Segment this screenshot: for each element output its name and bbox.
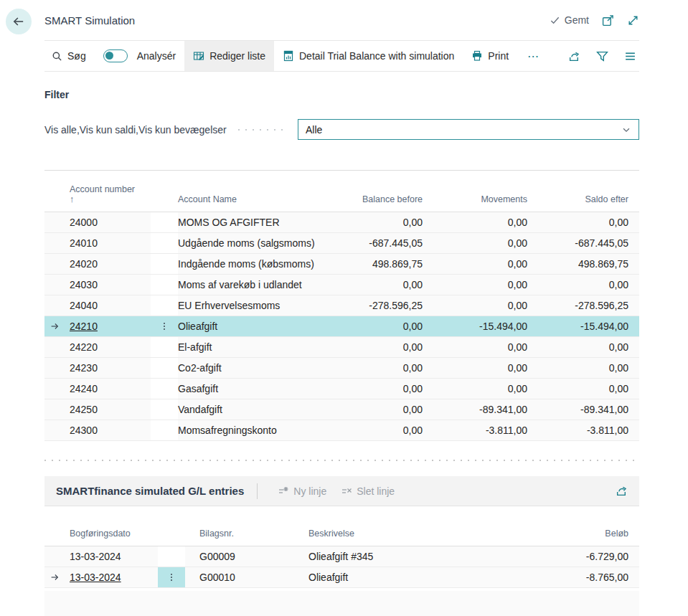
column-header-saldo-efter[interactable]: Saldo efter [538, 194, 639, 204]
table-row-selected[interactable]: 13-03-2024 G00010 Olieafgift -8.765,00 [44, 567, 639, 588]
saved-label: Gemt [565, 14, 589, 26]
search-button[interactable]: Søg [44, 41, 95, 71]
save-status: Gemt [550, 14, 589, 26]
dotted-leader [238, 129, 288, 131]
printer-icon [471, 50, 483, 62]
filter-field-label: Vis alle,Vis kun saldi,Vis kun bevægelse… [44, 124, 227, 136]
table-row[interactable]: 24220 El-afgift 0,00 0,00 0,00 [44, 337, 639, 358]
action-toolbar: Søg Analysér Rediger liste Detail Trial … [44, 41, 639, 72]
filter-select-value: Alle [306, 124, 322, 136]
edit-list-button[interactable]: Rediger liste [184, 41, 274, 71]
search-icon [52, 51, 62, 62]
popout-window-icon[interactable] [602, 14, 614, 27]
back-button[interactable] [6, 9, 32, 34]
table-row[interactable]: 24230 Co2-afgift 0,00 0,00 0,00 [44, 358, 639, 379]
gl-entries-title: SMARTfinance simulated G/L entries [56, 485, 244, 497]
column-header-description[interactable]: Beskrivelse [293, 529, 538, 539]
analyze-label: Analysér [133, 50, 176, 62]
list-view-icon[interactable] [624, 50, 636, 62]
posting-date-link[interactable]: 13-03-2024 [70, 572, 121, 583]
new-line-icon [278, 485, 289, 497]
delete-line-button[interactable]: Slet linje [334, 485, 402, 497]
row-menu-icon[interactable] [159, 321, 169, 331]
column-header-document-no[interactable]: Bilagsnr. [185, 529, 293, 539]
empty-rows-area [44, 591, 639, 616]
divider [257, 483, 258, 499]
share-icon[interactable] [568, 50, 580, 62]
expand-icon[interactable] [627, 14, 639, 27]
table-row[interactable]: 24250 Vandafgift 0,00 -89.341,00 -89.341… [44, 399, 639, 420]
filter-field: Vis alle,Vis kun saldi,Vis kun bevægelse… [44, 119, 639, 140]
selected-row-arrow-icon [50, 321, 60, 331]
account-number-link[interactable]: 24210 [70, 321, 98, 332]
edit-table-icon [193, 50, 204, 62]
toggle-knob [105, 52, 113, 60]
gl-entries-table-header: Bogføringsdato Bilagsnr. Beskrivelse Bel… [44, 506, 639, 546]
selected-row-arrow-icon [50, 572, 60, 582]
chevron-down-icon [621, 125, 631, 135]
table-row[interactable]: 24030 Moms af varekøb i udlandet 0,00 0,… [44, 275, 639, 295]
table-row[interactable]: 24240 Gasafgift 0,00 0,00 0,00 [44, 379, 639, 399]
analyze-toggle-group: Analysér [95, 41, 184, 71]
gl-entries-table: Bogføringsdato Bilagsnr. Beskrivelse Bel… [44, 506, 639, 588]
table-row[interactable]: 24040 EU Erhvervelsesmoms -278.596,25 0,… [44, 295, 639, 316]
column-header-posting-date[interactable]: Bogføringsdato [65, 529, 158, 539]
arrow-left-icon [12, 15, 25, 28]
new-line-button[interactable]: Ny linje [270, 485, 334, 497]
table-row[interactable]: 24010 Udgående moms (salgsmoms) -687.445… [44, 233, 639, 254]
sort-ascending-icon: ↑ [70, 194, 151, 204]
analyze-toggle[interactable] [103, 49, 128, 62]
column-header-amount[interactable]: Beløb [538, 529, 639, 539]
detail-trial-balance-button[interactable]: Detail Trial Balance with simulation [274, 41, 463, 71]
page-header: SMART Simulation Gemt [44, 0, 639, 41]
section-separator [44, 460, 639, 461]
report-icon [283, 50, 294, 62]
table-row[interactable]: 24300 Momsafregningskonto 0,00 -3.811,00… [44, 420, 639, 441]
accounts-table: Account number ↑ Account Name Balance be… [44, 170, 639, 441]
table-row[interactable]: 24000 MOMS OG AFGIFTER 0,00 0,00 0,00 [44, 212, 639, 233]
table-row-selected[interactable]: 24210 Olieafgift 0,00 -15.494,00 -15.494… [44, 316, 639, 337]
column-header-movements[interactable]: Movements [433, 194, 538, 204]
page-title: SMART Simulation [44, 14, 135, 27]
table-row[interactable]: 24020 Indgående moms (købsmoms) 498.869,… [44, 254, 639, 275]
gl-entries-share-icon[interactable] [616, 485, 628, 497]
filter-icon[interactable] [596, 50, 608, 62]
row-menu-icon[interactable] [166, 572, 176, 582]
table-row[interactable]: 13-03-2024 G00009 Olieafgift #345 -6.729… [44, 546, 639, 567]
filter-section-heading: Filter [44, 89, 639, 100]
accounts-table-header: Account number ↑ Account Name Balance be… [44, 171, 639, 212]
column-header-balance-before[interactable]: Balance before [329, 194, 433, 204]
column-header-account-number[interactable]: Account number ↑ [65, 184, 151, 204]
delete-line-icon [341, 485, 352, 497]
column-header-account-name[interactable]: Account Name [178, 194, 329, 204]
filter-select[interactable]: Alle [298, 119, 639, 140]
check-icon [550, 15, 560, 26]
gl-entries-section-header: SMARTfinance simulated G/L entries Ny li… [44, 476, 639, 506]
print-button[interactable]: Print [463, 41, 517, 71]
more-actions-button[interactable]: ⋯ [517, 49, 550, 63]
